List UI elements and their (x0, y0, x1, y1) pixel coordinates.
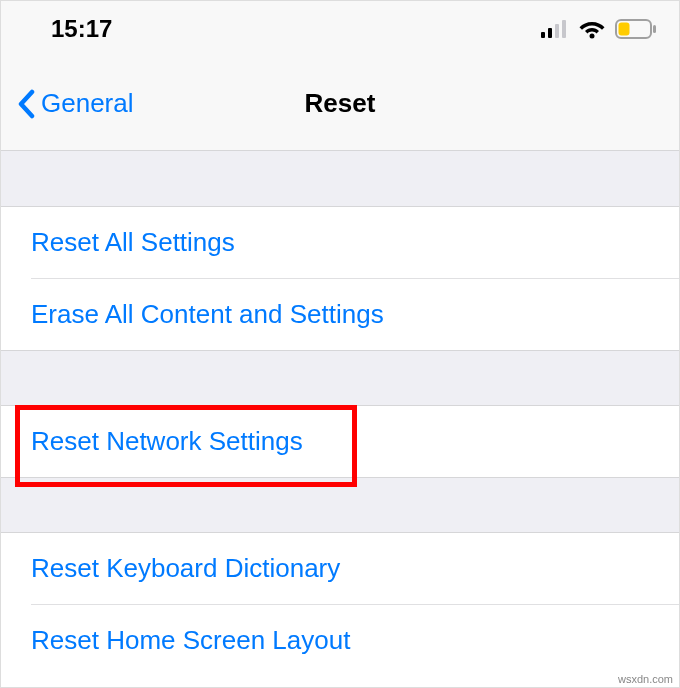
settings-group: Reset Network Settings (1, 406, 679, 477)
chevron-left-icon (17, 89, 35, 119)
erase-all-content[interactable]: Erase All Content and Settings (1, 278, 679, 350)
reset-home-screen-layout[interactable]: Reset Home Screen Layout (1, 604, 679, 676)
reset-all-settings[interactable]: Reset All Settings (1, 207, 679, 278)
back-label: General (41, 88, 134, 119)
svg-rect-7 (653, 25, 656, 33)
list-item-label: Erase All Content and Settings (31, 299, 384, 330)
status-indicators (541, 19, 657, 39)
list-item-label: Reset Home Screen Layout (31, 625, 350, 656)
status-time: 15:17 (51, 15, 112, 43)
group-spacer (1, 151, 679, 207)
wifi-icon (579, 19, 605, 39)
group-spacer (1, 350, 679, 406)
list-item-label: Reset All Settings (31, 227, 235, 258)
battery-icon (615, 19, 657, 39)
list-item-label: Reset Network Settings (31, 426, 303, 457)
svg-rect-3 (562, 20, 566, 38)
svg-rect-0 (541, 32, 545, 38)
svg-rect-1 (548, 28, 552, 38)
list-item-label: Reset Keyboard Dictionary (31, 553, 340, 584)
reset-keyboard-dictionary[interactable]: Reset Keyboard Dictionary (1, 533, 679, 604)
svg-rect-6 (619, 23, 630, 36)
status-bar: 15:17 (1, 1, 679, 57)
back-button[interactable]: General (1, 88, 134, 119)
page-title: Reset (305, 88, 376, 119)
settings-group: Reset Keyboard DictionaryReset Home Scre… (1, 533, 679, 676)
reset-network-settings[interactable]: Reset Network Settings (1, 406, 679, 477)
navigation-bar: General Reset (1, 57, 679, 151)
cellular-signal-icon (541, 20, 569, 38)
svg-point-4 (590, 34, 595, 39)
watermark: wsxdn.com (618, 673, 673, 685)
group-spacer (1, 477, 679, 533)
settings-list: Reset All SettingsErase All Content and … (1, 151, 679, 676)
settings-group: Reset All SettingsErase All Content and … (1, 207, 679, 350)
svg-rect-2 (555, 24, 559, 38)
